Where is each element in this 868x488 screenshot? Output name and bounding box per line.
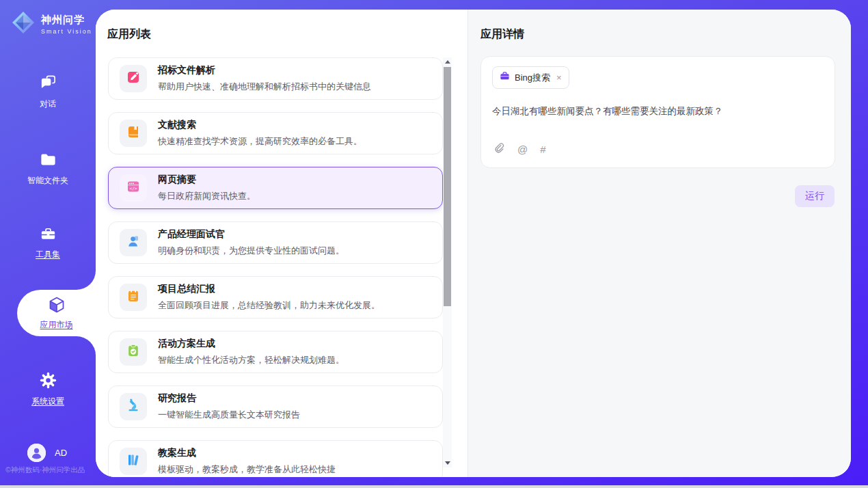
app-card-desc: 智能生成个性化活动方案，轻松解决规划难题。 [158, 354, 344, 366]
app-card-title: 研究报告 [158, 392, 300, 405]
app-card-desc: 全面回顾项目进展，总结经验教训，助力未来优化发展。 [158, 299, 380, 312]
app-card-desc: 每日政府新闻资讯快查。 [158, 190, 256, 202]
hash-icon[interactable]: # [540, 144, 545, 155]
gear-icon [39, 371, 57, 390]
sidebar-item-settings[interactable]: 系统设置 [0, 371, 96, 407]
browser-code-icon: </> [126, 179, 141, 197]
brand-name: 神州问学 [41, 14, 92, 27]
app-icon-box [120, 229, 147, 256]
app-icon-box: </> [120, 174, 147, 202]
microscope-icon [126, 398, 141, 416]
sidebar-item-label: 工具集 [36, 249, 60, 259]
app-details-panel: 应用详情 Bing搜索 × 今日湖北有哪些新闻要点？有哪些需要关注的最新政策？ [467, 10, 851, 477]
app-card-title: 网页摘要 [158, 174, 256, 186]
sidebar-item-chat[interactable]: 对话 [0, 74, 96, 110]
app-icon-box [120, 284, 147, 311]
composer-toolbar: @ # [493, 142, 546, 157]
brand-subtitle: Smart Vision [41, 28, 92, 35]
app-card-title: 招标文件解析 [158, 64, 371, 77]
app-card-title: 活动方案生成 [158, 338, 344, 350]
app-card-title: 产品经理面试官 [158, 228, 344, 241]
close-icon[interactable]: × [556, 73, 562, 82]
app-card-title: 项目总结汇报 [158, 283, 380, 295]
tab-notch-top [77, 271, 96, 290]
interviewer-icon [126, 234, 141, 252]
paperclip-icon[interactable] [493, 142, 505, 157]
avatar [27, 444, 46, 462]
edit-square-icon [126, 70, 141, 87]
app-card-desc: 模板驱动，教案秒成，教学准备从此轻松快捷 [158, 463, 336, 476]
scrollbar[interactable] [443, 57, 452, 467]
app-icon-box [120, 65, 147, 92]
tool-chip-bing-search[interactable]: Bing搜索 × [492, 66, 569, 89]
scrollbar-down-arrow-icon[interactable] [443, 459, 452, 467]
scrollbar-thumb[interactable] [444, 67, 451, 306]
chat-icon [39, 74, 57, 92]
sidebar-item-toolset[interactable]: 工具集 [0, 224, 96, 260]
app-list-title: 应用列表 [107, 27, 151, 42]
app-card[interactable]: 活动方案生成 智能生成个性化活动方案，轻松解决规划难题。 [108, 331, 443, 373]
app-card[interactable]: 研究报告 一键智能生成高质量长文本研究报告 [108, 385, 443, 428]
toolbox-icon [39, 224, 57, 243]
sidebar-item-label: 智能文件夹 [27, 176, 68, 185]
app-icon-box [120, 338, 147, 366]
sidebar-item-smart-folders[interactable]: 智能文件夹 [0, 150, 96, 187]
app-details-title: 应用详情 [480, 27, 524, 42]
diamond-logo-icon [11, 10, 36, 38]
clipboard-check-icon [126, 343, 141, 361]
app-card-desc: 一键智能生成高质量长文本研究报告 [158, 409, 300, 421]
app-icon-box [120, 393, 147, 420]
app-card[interactable]: 项目总结汇报 全面回顾项目进展，总结经验教训，助力未来优化发展。 [108, 276, 443, 318]
tab-notch-bottom [77, 336, 96, 355]
run-button[interactable]: 运行 [795, 185, 835, 207]
app-list-panel: 应用列表 招标文件解析 帮助用户快速、准确地理解和解析招标书中的关键信息 文献搜… [96, 10, 467, 477]
main-content: 应用列表 招标文件解析 帮助用户快速、准确地理解和解析招标书中的关键信息 文献搜… [96, 10, 851, 477]
app-icon-box [120, 120, 147, 147]
app-card-desc: 明确身份和职责，为您提供专业性的面试问题。 [158, 245, 344, 257]
app-card-desc: 快速精准查找学术资源，提高研究效率的必备工具。 [158, 135, 362, 148]
sidebar-item-label: 对话 [40, 99, 56, 109]
app-card[interactable]: 文献搜索 快速精准查找学术资源，提高研究效率的必备工具。 [108, 112, 443, 154]
cube-icon [46, 295, 67, 316]
app-card-title: 教案生成 [158, 447, 336, 459]
prompt-card[interactable]: Bing搜索 × 今日湖北有哪些新闻要点？有哪些需要关注的最新政策？ @ # [480, 56, 835, 168]
prompt-question-text: 今日湖北有哪些新闻要点？有哪些需要关注的最新政策？ [492, 105, 824, 118]
bottom-edge-strip [0, 485, 868, 488]
briefcase-icon [500, 71, 510, 84]
tool-chip-label: Bing搜索 [515, 72, 550, 84]
at-mention-icon[interactable]: @ [517, 144, 528, 155]
user-account[interactable]: AD [27, 444, 67, 462]
book-icon [126, 124, 141, 142]
app-card[interactable]: 教案生成 模板驱动，教案秒成，教学准备从此轻松快捷 [108, 440, 443, 477]
svg-text:</>: </> [129, 186, 137, 191]
app-card[interactable]: </> 网页摘要 每日政府新闻资讯快查。 [108, 167, 443, 209]
copyright-text: ©神州数码·神州问学出品 [5, 465, 85, 475]
app-card[interactable]: 招标文件解析 帮助用户快速、准确地理解和解析招标书中的关键信息 [108, 57, 443, 100]
sidebar-item-app-market[interactable]: 应用市场 [17, 290, 96, 336]
app-card-title: 文献搜索 [158, 119, 362, 131]
app-card-list: 招标文件解析 帮助用户快速、准确地理解和解析招标书中的关键信息 文献搜索 快速精… [108, 57, 443, 477]
app-card-desc: 帮助用户快速、准确地理解和解析招标书中的关键信息 [158, 81, 371, 93]
sidebar-item-label: 系统设置 [31, 396, 64, 406]
app-card[interactable]: 产品经理面试官 明确身份和职责，为您提供专业性的面试问题。 [108, 221, 443, 264]
user-initials: AD [55, 448, 67, 458]
app-icon-box [120, 448, 147, 475]
sidebar: 神州问学 Smart Vision 对话 智能文件夹 [0, 0, 96, 488]
scrollbar-up-arrow-icon[interactable] [443, 57, 452, 66]
sidebar-item-label: 应用市场 [40, 320, 73, 329]
brand-logo: 神州问学 Smart Vision [11, 10, 92, 38]
books-icon [126, 452, 141, 470]
folder-icon [39, 150, 57, 169]
notepad-icon [126, 288, 141, 306]
